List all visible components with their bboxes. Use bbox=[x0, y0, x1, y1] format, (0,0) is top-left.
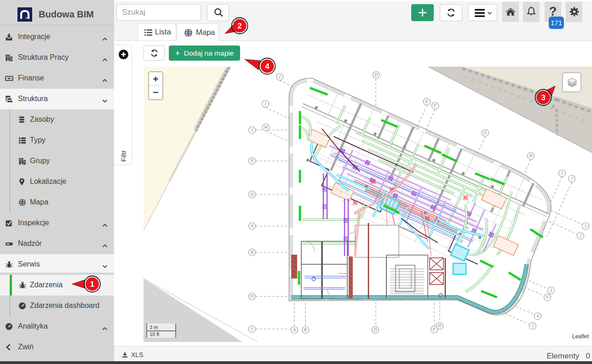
svg-text:3: 3 bbox=[550, 288, 552, 293]
svg-text:IV: IV bbox=[250, 294, 255, 299]
svg-text:1: 1 bbox=[585, 224, 587, 228]
svg-text:II: II bbox=[250, 192, 254, 197]
svg-text:4: 4 bbox=[537, 314, 539, 318]
svg-text:A: A bbox=[293, 328, 296, 332]
svg-text:2: 2 bbox=[580, 233, 582, 238]
svg-text:2: 2 bbox=[279, 74, 281, 79]
svg-text:3: 3 bbox=[251, 128, 253, 132]
svg-text:E: E bbox=[425, 99, 428, 104]
svg-text:B: B bbox=[304, 328, 307, 332]
svg-text:1: 1 bbox=[264, 102, 267, 106]
svg-text:D: D bbox=[374, 328, 377, 332]
svg-text:5: 5 bbox=[532, 324, 534, 328]
svg-text:II: II bbox=[250, 159, 254, 163]
svg-text:H: H bbox=[438, 324, 442, 328]
svg-text:B: B bbox=[251, 250, 253, 255]
svg-text:G: G bbox=[484, 131, 487, 135]
svg-text:W: W bbox=[264, 125, 268, 130]
svg-text:D: D bbox=[374, 73, 378, 77]
svg-text:H: H bbox=[529, 154, 533, 158]
svg-text:A: A bbox=[250, 224, 253, 228]
svg-text:F: F bbox=[432, 327, 436, 332]
svg-text:F: F bbox=[433, 103, 437, 108]
